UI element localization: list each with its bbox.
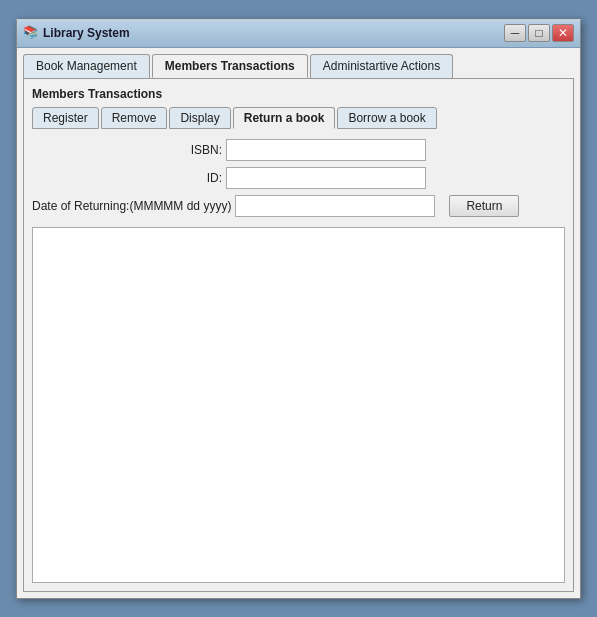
- id-input[interactable]: [226, 167, 426, 189]
- tab-book-management[interactable]: Book Management: [23, 54, 150, 78]
- id-row: ID:: [32, 167, 565, 189]
- return-book-form: ISBN: ID: Date of Returning:(MMMMM dd yy…: [32, 139, 565, 217]
- sub-tabs: Register Remove Display Return a book Bo…: [32, 107, 565, 129]
- sub-tab-remove[interactable]: Remove: [101, 107, 168, 129]
- date-input[interactable]: [235, 195, 435, 217]
- window-title: Library System: [43, 26, 130, 40]
- minimize-button[interactable]: ─: [504, 24, 526, 42]
- members-transactions-panel: Members Transactions Register Remove Dis…: [23, 78, 574, 592]
- title-controls: ─ □ ✕: [504, 24, 574, 42]
- return-button[interactable]: Return: [449, 195, 519, 217]
- id-label: ID:: [32, 171, 222, 185]
- window-content: Book Management Members Transactions Adm…: [17, 48, 580, 598]
- main-tabs: Book Management Members Transactions Adm…: [23, 54, 574, 78]
- close-button[interactable]: ✕: [552, 24, 574, 42]
- sub-tab-register[interactable]: Register: [32, 107, 99, 129]
- date-label: Date of Returning:(MMMMM dd yyyy): [32, 199, 231, 213]
- title-bar-left: 📚 Library System: [23, 25, 130, 41]
- title-bar: 📚 Library System ─ □ ✕: [17, 20, 580, 48]
- main-window: 📚 Library System ─ □ ✕ Book Management M…: [16, 19, 581, 599]
- isbn-row: ISBN:: [32, 139, 565, 161]
- sub-tab-return-book[interactable]: Return a book: [233, 107, 336, 129]
- isbn-label: ISBN:: [32, 143, 222, 157]
- tab-members-transactions[interactable]: Members Transactions: [152, 54, 308, 78]
- output-area: [32, 227, 565, 583]
- maximize-button[interactable]: □: [528, 24, 550, 42]
- panel-title: Members Transactions: [32, 87, 565, 101]
- app-icon: 📚: [23, 25, 39, 41]
- tab-administrative-actions[interactable]: Administartive Actions: [310, 54, 453, 78]
- sub-tab-borrow-book[interactable]: Borrow a book: [337, 107, 436, 129]
- date-row: Date of Returning:(MMMMM dd yyyy) Return: [32, 195, 565, 217]
- isbn-input[interactable]: [226, 139, 426, 161]
- sub-tab-display[interactable]: Display: [169, 107, 230, 129]
